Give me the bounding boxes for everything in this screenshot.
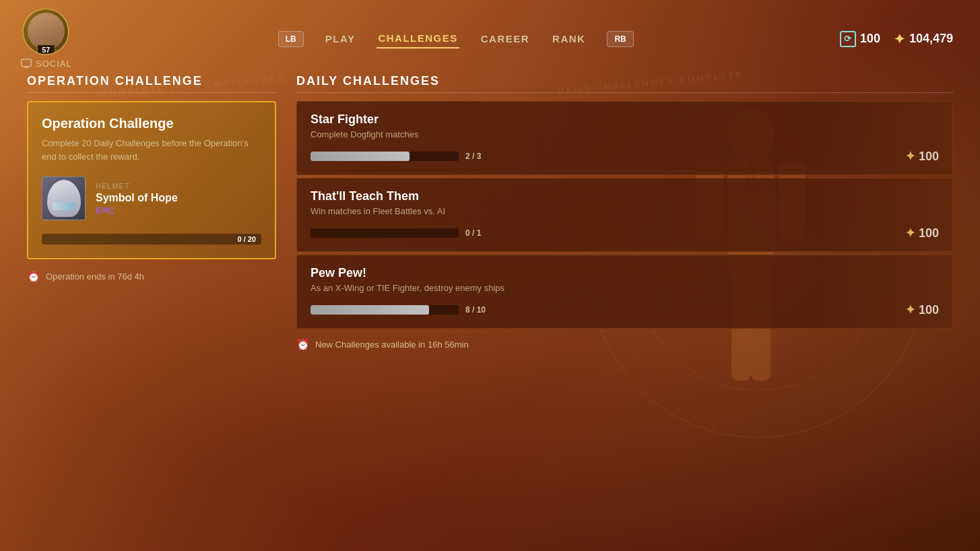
main-content: OPERATION CHALLENGE Operation Challenge … [0, 74, 980, 351]
challenge-3-footer: 8 / 10 ✦ 100 [311, 302, 939, 317]
tab-play[interactable]: PLAY [324, 30, 357, 48]
challenge-3-reward-value: 100 [919, 303, 939, 317]
timer-icon: ⏰ [27, 270, 40, 283]
challenge-pew-pew[interactable]: Pew Pew! As an X-Wing or TIE Fighter, de… [296, 255, 953, 329]
social-label-text: SOCIAL [36, 59, 72, 69]
right-panel: DAILY CHALLENGES Star Fighter Complete D… [296, 74, 953, 351]
challenge-1-progress-wrap: 2 / 3 [311, 152, 905, 161]
nav-lb-button[interactable]: LB [278, 31, 304, 47]
navigation: LB PLAY CHALLENGES CAREER RANK RB [278, 29, 634, 48]
challenge-3-title: Pew Pew! [311, 266, 939, 280]
stars-value: 104,479 [909, 32, 953, 46]
left-panel: OPERATION CHALLENGE Operation Challenge … [27, 74, 276, 351]
tab-career[interactable]: CAREER [480, 30, 531, 48]
challenge-1-progress-bar [311, 152, 459, 161]
social-button[interactable]: SOCIAL [20, 58, 72, 70]
credits-value: 100 [860, 32, 880, 46]
tab-rank[interactable]: RANK [551, 30, 587, 48]
challenge-1-footer: 2 / 3 ✦ 100 [311, 149, 939, 164]
operation-section-title: OPERATION CHALLENGE [27, 74, 276, 93]
operation-timer-text: Operation ends in 76d 4h [46, 271, 144, 282]
daily-section-title: DAILY CHALLENGES [296, 74, 953, 93]
challenge-2-progress-text: 0 / 1 [465, 228, 481, 238]
challenge-3-star-icon: ✦ [905, 302, 915, 317]
currency-section: ⟳ 100 ✦ 104,479 [840, 31, 953, 47]
challenge-2-star-icon: ✦ [905, 226, 915, 240]
challenge-2-reward: ✦ 100 [905, 226, 939, 240]
star-currency-icon: ✦ [894, 31, 905, 47]
avatar[interactable]: 57 [22, 8, 69, 55]
reward-type: HELMET [96, 182, 178, 190]
svg-rect-9 [22, 59, 31, 66]
operation-card-title: Operation Challenge [42, 116, 261, 131]
challenge-1-reward: ✦ 100 [905, 149, 939, 164]
nav-rb-button[interactable]: RB [607, 31, 633, 47]
new-challenges-timer-text: New Challenges available in 16h 56min [315, 339, 469, 350]
challenge-3-reward: ✦ 100 [905, 302, 939, 317]
challenge-1-reward-value: 100 [919, 150, 939, 164]
new-challenges-timer: ⏰ New Challenges available in 16h 56min [296, 338, 953, 351]
header: 57 SOCIAL LB PLAY CHALLENGES CAREER RANK… [0, 0, 980, 74]
reward-rarity: EPIC [96, 206, 178, 216]
challenge-3-progress-text: 8 / 10 [465, 305, 486, 315]
helmet-shape [47, 180, 81, 217]
currency-stars: ✦ 104,479 [894, 31, 953, 47]
tab-challenges[interactable]: CHALLENGES [377, 29, 459, 48]
challenge-1-progress-fill [311, 152, 410, 161]
challenge-2-desc: Win matches in Fleet Battles vs. AI [311, 206, 939, 216]
avatar-section: 57 SOCIAL [20, 8, 72, 70]
challenge-star-fighter[interactable]: Star Fighter Complete Dogfight matches 2… [296, 101, 953, 175]
operation-timer: ⏰ Operation ends in 76d 4h [27, 270, 276, 283]
new-challenges-timer-icon: ⏰ [296, 338, 310, 351]
challenge-1-star-icon: ✦ [905, 149, 915, 164]
challenge-teach-them[interactable]: That'll Teach Them Win matches in Fleet … [296, 178, 953, 252]
challenge-3-progress-wrap: 8 / 10 [311, 305, 905, 315]
reward-section: HELMET Symbol of Hope EPIC [42, 176, 261, 220]
svg-rect-10 [24, 66, 28, 68]
reward-name: Symbol of Hope [96, 192, 178, 204]
challenge-2-reward-value: 100 [919, 226, 939, 240]
challenge-3-progress-bar [311, 305, 459, 315]
challenge-3-desc: As an X-Wing or TIE Fighter, destroy ene… [311, 283, 939, 293]
daily-challenges-list: Star Fighter Complete Dogfight matches 2… [296, 101, 953, 329]
credits-icon: ⟳ [840, 31, 856, 47]
social-icon [20, 58, 32, 70]
challenge-1-desc: Complete Dogfight matches [311, 129, 939, 139]
challenge-2-footer: 0 / 1 ✦ 100 [311, 226, 939, 240]
operation-progress-label: 0 / 20 [237, 235, 256, 243]
challenge-1-progress-text: 2 / 3 [465, 152, 481, 161]
level-badge: 57 [37, 44, 55, 55]
reward-image [42, 176, 86, 220]
operation-card-description: Complete 20 Daily Challenges before the … [42, 137, 261, 163]
challenge-1-title: Star Fighter [311, 112, 939, 127]
operation-progress-bar: 0 / 20 [42, 234, 261, 245]
challenge-2-progress-wrap: 0 / 1 [311, 228, 905, 238]
reward-info: HELMET Symbol of Hope EPIC [96, 182, 178, 216]
helmet-visor [53, 202, 75, 210]
operation-card[interactable]: Operation Challenge Complete 20 Daily Ch… [27, 101, 276, 259]
challenge-2-title: That'll Teach Them [311, 189, 939, 203]
currency-credits: ⟳ 100 [840, 31, 880, 47]
challenge-3-progress-fill [311, 305, 429, 315]
challenge-2-progress-bar [311, 228, 459, 238]
